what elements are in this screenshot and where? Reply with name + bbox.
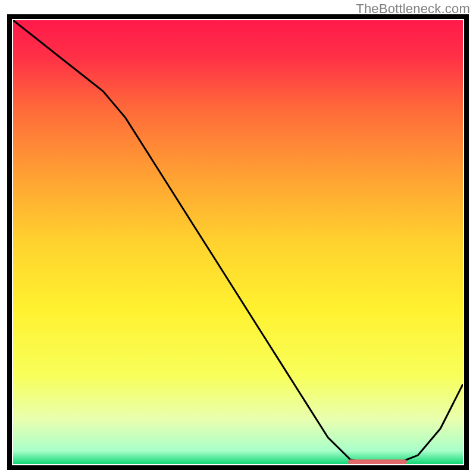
watermark-text: TheBottleneck.com bbox=[356, 1, 470, 17]
chart-container: { "watermark": "TheBottleneck.com", "cha… bbox=[0, 0, 476, 476]
gradient-background bbox=[13, 20, 463, 464]
bottleneck-chart bbox=[0, 0, 476, 476]
plot-area bbox=[13, 20, 463, 464]
